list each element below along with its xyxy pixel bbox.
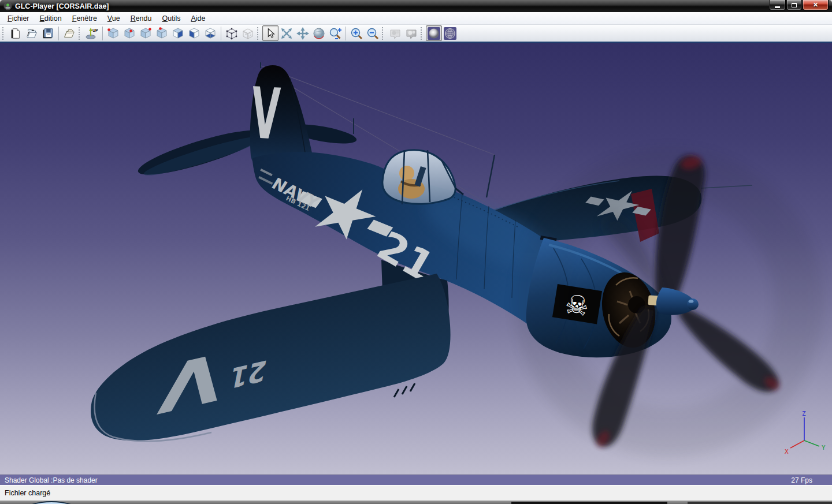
new-file-icon — [9, 27, 22, 40]
zoom-out-button[interactable] — [365, 25, 381, 41]
zoom-in-icon — [350, 27, 363, 40]
toolbar: UP — [0, 25, 832, 43]
shader-bar: Shader Global :Pas de shader 27 Fps — [0, 475, 832, 485]
view-front-button[interactable] — [105, 25, 121, 41]
skull-crossbones-icon: ☠ — [563, 288, 591, 323]
open-album-icon — [63, 27, 76, 40]
view-right-cube-icon — [122, 27, 136, 40]
cockpit-canopy — [382, 150, 463, 204]
close-icon: ✕ — [813, 2, 818, 8]
axis-indicator: Z X Y — [785, 410, 826, 456]
zoom-window-icon — [328, 27, 342, 40]
toolbar-grip[interactable] — [421, 27, 424, 40]
status-message: Fichier chargé — [5, 489, 50, 497]
select-mode-button[interactable] — [224, 25, 240, 41]
pointer-tool-button[interactable] — [262, 25, 278, 41]
toolbar-grip[interactable] — [2, 27, 5, 40]
axis-y-label: Y — [822, 444, 826, 451]
svg-text:UP: UP — [92, 28, 98, 32]
save-file-button[interactable] — [40, 25, 56, 41]
fps-counter: 27 Fps — [791, 476, 812, 484]
zoom-out-icon — [366, 27, 380, 40]
maximize-icon — [792, 3, 797, 8]
close-button[interactable]: ✕ — [803, 0, 829, 10]
save-file-icon — [42, 27, 54, 40]
pan-arrows-icon — [296, 27, 310, 40]
minimize-button[interactable] — [769, 0, 786, 10]
shading-sphere-button[interactable] — [426, 25, 442, 41]
menu-aide[interactable]: Aide — [185, 13, 210, 24]
open-file-button[interactable] — [24, 25, 40, 41]
taskbar-segment — [511, 502, 667, 504]
toolbar-separator — [346, 27, 346, 40]
menu-fichier[interactable]: Fichier — [2, 13, 35, 24]
toolbar-separator — [102, 27, 103, 40]
title-bar[interactable]: GLC-Player [CORSAIR.dae] ✕ — [0, 0, 832, 12]
tail-code-marking: V — [249, 72, 281, 155]
scale-arrows-icon — [280, 27, 294, 40]
maximize-button[interactable] — [786, 0, 802, 10]
window-title: GLC-Player [CORSAIR.dae] — [15, 2, 109, 10]
new-file-button[interactable] — [8, 25, 24, 41]
pan-tool-button[interactable] — [295, 25, 311, 41]
view-bottom-cube-icon — [187, 27, 201, 40]
view-back-cube-icon — [139, 27, 153, 40]
toolbar-grip[interactable] — [382, 27, 385, 40]
menu-outils[interactable]: Outils — [157, 13, 185, 24]
status-bar: Fichier chargé — [0, 485, 832, 501]
open-file-icon — [25, 27, 38, 40]
view-top-button[interactable] — [170, 25, 186, 41]
snapshot-gray-icon — [388, 27, 402, 40]
select-mode-icon — [225, 27, 239, 40]
menu-vue[interactable]: Vue — [102, 13, 125, 24]
camera-up-button[interactable]: UP — [84, 25, 100, 41]
orbit-globe-icon — [312, 27, 326, 40]
toolbar-separator — [221, 27, 221, 40]
camera-up-icon: UP — [85, 27, 99, 40]
view-left-button[interactable] — [154, 25, 170, 41]
axis-x-label: X — [785, 448, 789, 456]
zoom-in-button[interactable] — [348, 25, 365, 41]
start-orb-icon[interactable] — [25, 501, 77, 504]
toolbar-grip[interactable] — [79, 27, 81, 40]
menu-edition[interactable]: Edition — [35, 13, 67, 24]
view-bottom-button[interactable] — [186, 25, 202, 41]
toolbar-grip[interactable] — [257, 27, 260, 40]
corsair-model: V — [0, 43, 832, 475]
snapshot-color-button[interactable] — [403, 25, 419, 41]
pointer-icon — [264, 27, 277, 40]
view-front-cube-icon — [106, 27, 120, 40]
wireframe-globe-icon — [443, 27, 457, 40]
menu-bar: Fichier Edition Fenêtre Vue Rendu Outils… — [0, 12, 832, 25]
taskbar-segment — [688, 502, 832, 504]
multi-select-mode-icon — [241, 27, 255, 40]
shading-sphere-icon — [427, 27, 441, 40]
axis-z-label: Z — [802, 410, 806, 417]
view-left-cube-icon — [155, 27, 169, 40]
wireframe-globe-button[interactable] — [442, 25, 458, 41]
menu-rendu[interactable]: Rendu — [125, 13, 157, 24]
view-top-cube-icon — [171, 27, 185, 40]
snapshot-gray-button[interactable] — [387, 25, 403, 41]
menu-fenetre[interactable]: Fenêtre — [67, 13, 102, 24]
view-iso-button[interactable] — [202, 25, 218, 41]
multi-select-mode-button[interactable] — [240, 25, 256, 41]
view-back-button[interactable] — [138, 25, 154, 41]
snapshot-color-icon — [404, 27, 418, 40]
glc-player-window: GLC-Player [CORSAIR.dae] ✕ Fichier Editi… — [0, 0, 832, 504]
view-right-button[interactable] — [121, 25, 138, 41]
minimize-icon — [775, 6, 780, 8]
left-wing: V 21 — [91, 274, 450, 441]
orbit-tool-button[interactable] — [311, 25, 327, 41]
toolbar-separator — [58, 27, 59, 40]
shader-status-text: Shader Global :Pas de shader — [5, 476, 98, 484]
open-album-button[interactable] — [61, 25, 77, 41]
view-iso-cube-icon — [203, 27, 217, 40]
viewport-3d[interactable]: V — [0, 43, 832, 475]
scale-tool-button[interactable] — [278, 25, 295, 41]
taskbar-edge — [0, 501, 832, 504]
zoom-window-tool-button[interactable] — [327, 25, 343, 41]
pilot-head — [399, 166, 414, 181]
app-logo-icon — [3, 2, 12, 10]
